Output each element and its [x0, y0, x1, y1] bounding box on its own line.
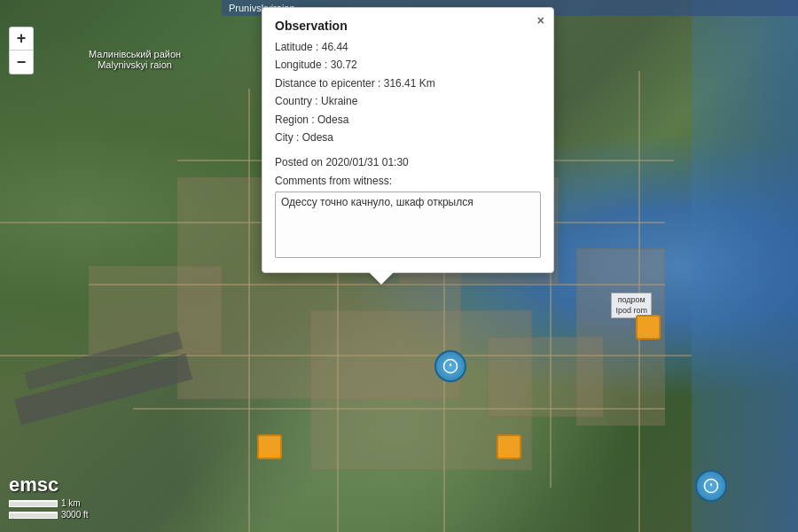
marker-orange-3[interactable]	[497, 434, 521, 459]
marker-orange-2[interactable]	[257, 434, 282, 459]
popup-country: Country : Ukraine	[275, 92, 541, 110]
zoom-controls: + −	[9, 27, 34, 74]
marker-blue-1[interactable]	[434, 350, 466, 382]
marker-orange-1[interactable]	[636, 315, 661, 340]
popup-distance: Distance to epicenter : 316.41 Km	[275, 74, 541, 92]
sea-area	[692, 0, 798, 532]
popup-title: Observation	[275, 19, 541, 33]
popup-comment-textarea[interactable]	[275, 192, 541, 258]
popup-latitude: Latitude : 46.44	[275, 38, 541, 56]
observation-popup: × Observation Latitude : 46.44 Longitude…	[262, 7, 554, 273]
popup-posted: Posted on 2020/01/31 01:30	[275, 153, 541, 171]
popup-longitude: Longitude : 30.72	[275, 56, 541, 74]
popup-close-button[interactable]: ×	[537, 13, 544, 27]
road	[248, 89, 250, 532]
marker-blue-2[interactable]	[695, 470, 727, 502]
map-container: Prunivskyiraion Малинівський район Malyn…	[0, 0, 798, 532]
zoom-out-button[interactable]: −	[10, 51, 33, 74]
popup-region: Region : Odesa	[275, 111, 541, 129]
popup-city: City : Odesa	[275, 129, 541, 146]
emsc-logo: emsc	[9, 473, 59, 497]
scale-bar: 1 km 3000 ft	[9, 498, 89, 521]
popup-comments-label: Comments from witness:	[275, 172, 541, 190]
zoom-in-button[interactable]: +	[10, 27, 33, 51]
road	[133, 408, 665, 410]
